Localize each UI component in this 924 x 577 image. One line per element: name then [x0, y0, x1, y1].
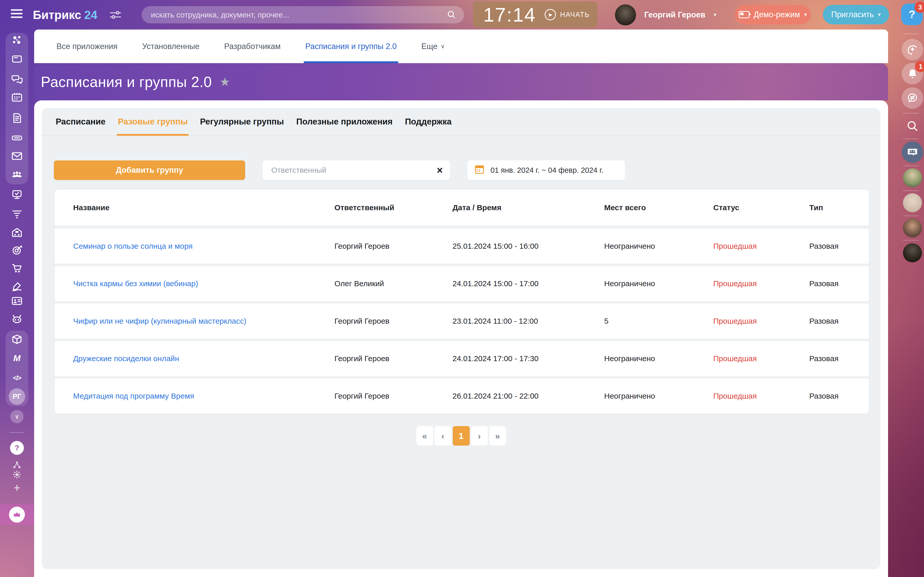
page-first-button[interactable]: «: [416, 426, 433, 446]
market-icon[interactable]: [10, 333, 24, 346]
add-group-button[interactable]: Добавить группу: [54, 160, 245, 180]
page-last-button[interactable]: »: [489, 426, 506, 446]
page-prev-button[interactable]: ‹: [435, 426, 451, 446]
group-link[interactable]: Дружеские посиделки онлайн: [73, 354, 335, 363]
tab-regular-groups[interactable]: Регулярные группы: [199, 108, 285, 135]
tab-all-apps[interactable]: Все приложения: [56, 29, 118, 63]
demo-mode-button[interactable]: Демо-режим ▾: [735, 5, 811, 24]
caret-down-icon: ▾: [713, 11, 716, 18]
contacts-icon[interactable]: [10, 294, 24, 308]
marketing-icon[interactable]: [10, 243, 24, 257]
group-chat-icon[interactable]: [901, 142, 923, 163]
tab-developers[interactable]: Разработчикам: [224, 29, 280, 63]
tab-more[interactable]: Еще ∨: [422, 29, 445, 63]
sales-icon[interactable]: [10, 261, 24, 275]
avatar[interactable]: [903, 218, 922, 237]
page-next-button[interactable]: ›: [471, 426, 488, 446]
sign-icon[interactable]: [10, 279, 24, 293]
mail-icon[interactable]: [10, 149, 24, 163]
global-search-input[interactable]: искать сотрудника, документ, прочее...: [142, 6, 464, 23]
mobile-icon[interactable]: M: [10, 351, 24, 365]
search-icon[interactable]: [902, 118, 922, 134]
start-workday-button[interactable]: ▶ НАЧАТЬ: [545, 9, 590, 20]
date-range-filter[interactable]: 01 янв. 2024 г. ~ 04 февр. 2024 г.: [467, 160, 625, 180]
right-sidebar: ? 3 1: [895, 0, 924, 577]
tasks-icon[interactable]: [10, 188, 24, 201]
page-current[interactable]: 1: [453, 426, 470, 446]
avatar[interactable]: [903, 243, 922, 262]
invite-button[interactable]: Пригласить ▾: [823, 5, 889, 24]
avatar[interactable]: [903, 168, 922, 187]
col-header-datetime: Дата / Время: [452, 203, 604, 212]
structure-icon[interactable]: [10, 452, 24, 465]
group-link[interactable]: Чифир или не чифир (кулинарный мастеркла…: [73, 317, 335, 326]
cell-seats: Неограничено: [604, 392, 713, 400]
user-avatar[interactable]: [615, 4, 636, 26]
chevron-down-icon: ∨: [441, 43, 445, 50]
responsible-filter-input[interactable]: Ответственный ×: [262, 160, 450, 180]
cell-seats: Неограничено: [604, 354, 713, 363]
hamburger-menu-icon[interactable]: [11, 9, 23, 20]
cell-type: Разовая: [809, 242, 869, 250]
cell-responsible: Георгий Героев: [335, 242, 452, 250]
tab-support[interactable]: Поддержка: [404, 108, 453, 135]
logo[interactable]: Битрикс 24: [33, 0, 97, 29]
cell-responsible: Георгий Героев: [335, 392, 452, 400]
search-placeholder: искать сотрудника, документ, прочее...: [151, 11, 446, 19]
messenger-sync-icon[interactable]: [901, 87, 923, 109]
left-sidebar: M </> РГ ∨ ? +: [0, 29, 34, 577]
add-item-icon[interactable]: +: [10, 481, 24, 495]
current-app-avatar[interactable]: РГ: [9, 388, 25, 405]
app-frame: Расписание Разовые группы Регулярные гру…: [34, 100, 888, 577]
employees-icon[interactable]: [10, 168, 24, 181]
notifications-bell-icon[interactable]: 1: [901, 63, 923, 84]
time-tracker-widget[interactable]: 17:14 ▶ НАЧАТЬ: [473, 2, 597, 28]
group-link[interactable]: Чистка кармы без химии (вебинар): [73, 279, 335, 288]
favorite-star-icon[interactable]: ★: [220, 75, 230, 89]
calendar-icon[interactable]: [10, 91, 24, 104]
rail-divider: [903, 216, 919, 216]
groups-table: Название Ответственный Дата / Время Мест…: [55, 190, 869, 414]
user-menu[interactable]: Георгий Героев ▾: [615, 0, 716, 29]
group-link[interactable]: Медитация под программу Время: [73, 392, 335, 400]
cell-responsible: Олег Великий: [335, 279, 452, 288]
settings-gear-icon[interactable]: [10, 468, 24, 481]
messenger-icon[interactable]: [10, 73, 24, 86]
tab-installed[interactable]: Установленные: [142, 29, 200, 63]
cell-responsible: Георгий Героев: [335, 317, 452, 326]
col-header-status: Статус: [713, 203, 809, 212]
collapse-icon[interactable]: ∨: [10, 410, 24, 423]
cell-datetime: 23.01.2024 11:00 - 12:00: [452, 317, 604, 326]
cell-datetime: 24.01.2024 17:00 - 17:30: [452, 354, 604, 363]
tariff-crown-button[interactable]: [0, 504, 34, 525]
tab-useful-apps[interactable]: Полезные приложения: [295, 108, 393, 135]
cell-type: Разовая: [809, 317, 869, 326]
tab-schedule[interactable]: Расписание: [55, 108, 106, 135]
devops-icon[interactable]: </>: [10, 371, 24, 385]
company-icon[interactable]: [10, 226, 24, 239]
ai-icon[interactable]: [10, 313, 24, 326]
col-header-type: Тип: [809, 203, 869, 212]
group-link[interactable]: Семинар о пользе солнца и моря: [73, 242, 335, 250]
sliders-icon[interactable]: [109, 9, 122, 22]
crm-icon[interactable]: [10, 207, 24, 220]
avatar[interactable]: [903, 193, 922, 212]
copilot-icon[interactable]: [901, 39, 923, 60]
tab-single-groups[interactable]: Разовые группы: [117, 108, 188, 135]
drive-icon[interactable]: [10, 131, 24, 145]
start-label: НАЧАТЬ: [560, 11, 590, 19]
cell-seats: Неограничено: [604, 242, 713, 250]
date-range-value: 01 янв. 2024 г. ~ 04 февр. 2024 г.: [491, 166, 604, 174]
battery-icon: [739, 11, 750, 18]
tab-schedules-groups[interactable]: Расписания и группы 2.0: [305, 29, 396, 63]
documents-icon[interactable]: [10, 111, 24, 125]
help-button[interactable]: ? 3: [901, 3, 923, 25]
rail-divider: [903, 190, 919, 191]
cell-type: Разовая: [809, 354, 869, 363]
cell-seats: Неограничено: [604, 279, 713, 288]
logo-text: Битрикс: [33, 8, 81, 22]
kanban-icon[interactable]: [10, 52, 24, 66]
clear-filter-icon[interactable]: ×: [437, 165, 443, 175]
live-feed-icon[interactable]: [10, 33, 24, 47]
search-icon[interactable]: [446, 9, 456, 21]
